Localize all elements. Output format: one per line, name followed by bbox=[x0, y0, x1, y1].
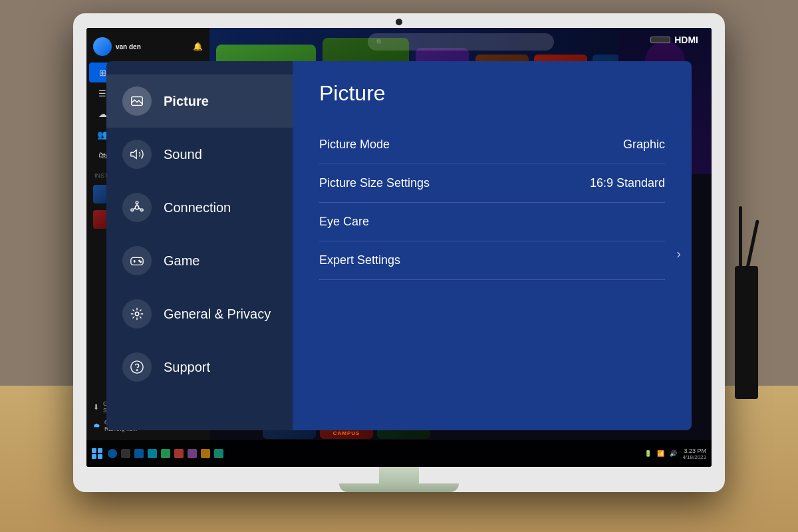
notification-bell-icon[interactable]: 🔔 bbox=[193, 42, 203, 51]
osd-menu-connection[interactable]: Connection bbox=[106, 181, 293, 234]
osd-left-menu: Picture Sound bbox=[106, 61, 293, 430]
osd-setting-picture-mode[interactable]: Picture Mode Graphic bbox=[319, 126, 665, 164]
game-icon bbox=[122, 246, 152, 275]
taskbar-right: 🔋 📶 🔊 3:23 PM 4/18/2023 bbox=[644, 448, 706, 460]
osd-menu-sound[interactable]: Sound bbox=[106, 128, 293, 181]
osd-setting-eye-care[interactable]: Eye Care bbox=[319, 203, 665, 241]
osd-setting-picture-size[interactable]: Picture Size Settings 16:9 Standard bbox=[319, 164, 665, 203]
support-icon bbox=[122, 352, 152, 382]
date-display: 4/18/2023 bbox=[682, 454, 706, 460]
taskbar-time: 3:23 PM 4/18/2023 bbox=[682, 448, 706, 460]
connection-icon bbox=[122, 193, 152, 222]
router-antenna-left bbox=[739, 206, 742, 269]
taskbar-app-6[interactable] bbox=[188, 449, 197, 458]
taskbar-app-7[interactable] bbox=[201, 449, 210, 458]
avatar bbox=[93, 37, 112, 56]
osd-menu-label-game: Game bbox=[164, 253, 200, 269]
osd-menu-label-sound: Sound bbox=[164, 147, 202, 162]
router bbox=[735, 266, 758, 399]
osd-panel: Picture Sound bbox=[106, 61, 692, 430]
screen-content: HDMI van den 🔔 ⊞ Game Pass ☰ My Library bbox=[86, 28, 712, 467]
taskbar-icons bbox=[108, 449, 223, 458]
osd-menu-support[interactable]: Support bbox=[106, 340, 293, 394]
router-antenna-right bbox=[745, 219, 759, 269]
taskbar-wifi-icon: 📶 bbox=[657, 450, 664, 457]
osd-menu-label-support: Support bbox=[164, 360, 210, 375]
bottom-campus-label: CAMPUS bbox=[333, 430, 360, 436]
time-display: 3:23 PM bbox=[682, 448, 706, 454]
sidebar-username: van den bbox=[116, 43, 141, 51]
svg-point-10 bbox=[139, 260, 140, 261]
svg-point-11 bbox=[140, 261, 142, 263]
hdmi-label: HDMI bbox=[674, 35, 698, 45]
osd-detail-title: Picture bbox=[319, 81, 665, 106]
osd-menu-label-general: General & Privacy bbox=[164, 307, 271, 322]
hdmi-badge: HDMI bbox=[650, 35, 698, 45]
taskbar-app-3[interactable] bbox=[148, 449, 157, 458]
osd-menu-picture[interactable]: Picture bbox=[106, 74, 293, 128]
screen: HDMI van den 🔔 ⊞ Game Pass ☰ My Library bbox=[86, 28, 712, 467]
svg-line-8 bbox=[133, 208, 136, 209]
osd-menu-label-connection: Connection bbox=[164, 200, 231, 215]
osd-right-panel: Picture Picture Mode Graphic Picture Siz… bbox=[293, 61, 692, 430]
taskbar: 🔋 📶 🔊 3:23 PM 4/18/2023 bbox=[86, 440, 712, 467]
taskbar-app-5[interactable] bbox=[174, 449, 184, 458]
picture-icon bbox=[122, 86, 152, 116]
picture-size-value: 16:9 Standard bbox=[590, 176, 665, 190]
expert-settings-label: Expert Settings bbox=[319, 253, 400, 267]
osd-menu-general-privacy[interactable]: General & Privacy bbox=[106, 287, 293, 340]
search-taskbar-icon[interactable] bbox=[108, 449, 117, 458]
eye-care-label: Eye Care bbox=[319, 215, 369, 229]
taskbar-battery-icon: 🔋 bbox=[644, 450, 652, 457]
svg-point-2 bbox=[135, 205, 139, 209]
svg-point-12 bbox=[135, 312, 139, 316]
svg-point-13 bbox=[131, 361, 143, 373]
taskbar-volume-icon: 🔊 bbox=[670, 450, 677, 457]
svg-point-3 bbox=[136, 201, 138, 204]
camera bbox=[396, 19, 402, 25]
picture-mode-label: Picture Mode bbox=[319, 138, 390, 152]
monitor-stand-neck bbox=[379, 467, 419, 483]
weather-icon: 🌧 bbox=[93, 422, 100, 430]
svg-line-7 bbox=[138, 208, 141, 209]
general-icon bbox=[122, 299, 152, 329]
osd-menu-label-picture: Picture bbox=[164, 94, 209, 109]
hdmi-indicator bbox=[650, 37, 670, 43]
svg-marker-1 bbox=[131, 150, 136, 159]
search-placeholder: 🔍 bbox=[376, 39, 384, 46]
picture-size-label: Picture Size Settings bbox=[319, 176, 430, 190]
osd-chevron-right: › bbox=[676, 246, 681, 261]
monitor: HDMI van den 🔔 ⊞ Game Pass ☰ My Library bbox=[73, 13, 725, 492]
osd-menu-game[interactable]: Game bbox=[106, 234, 293, 287]
taskbar-app-4[interactable] bbox=[161, 449, 170, 458]
taskbar-app-8[interactable] bbox=[214, 449, 223, 458]
search-bar[interactable]: 🔍 bbox=[368, 33, 554, 51]
picture-mode-value: Graphic bbox=[623, 138, 665, 152]
osd-setting-expert[interactable]: Expert Settings bbox=[319, 241, 665, 280]
taskbar-app-2[interactable] bbox=[134, 449, 144, 458]
sidebar-header: van den 🔔 bbox=[86, 33, 209, 60]
sound-icon bbox=[122, 140, 152, 169]
monitor-stand-base bbox=[339, 483, 459, 492]
download-icon: ⬇ bbox=[93, 403, 99, 412]
start-button[interactable] bbox=[92, 448, 102, 459]
taskbar-app-1[interactable] bbox=[121, 449, 130, 458]
